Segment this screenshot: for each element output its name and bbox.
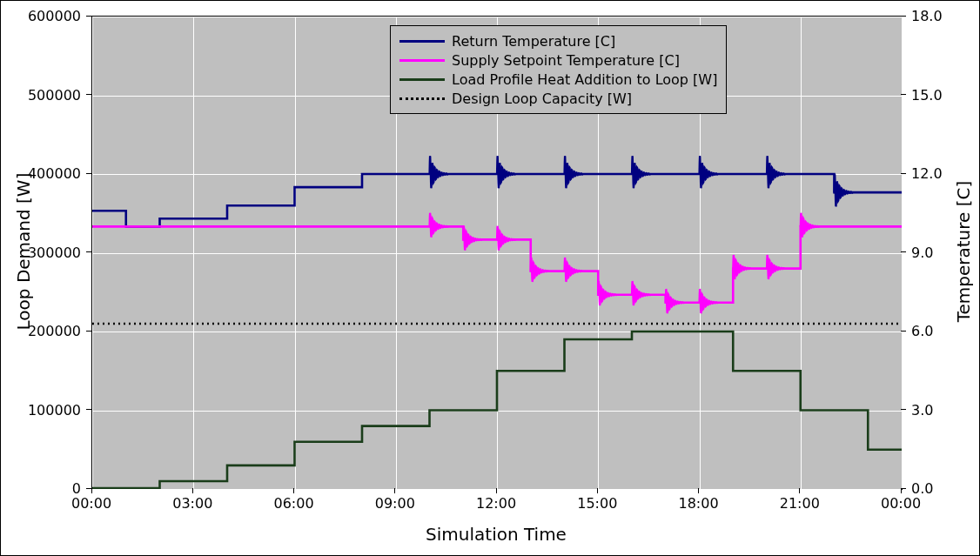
gridline-horizontal: [92, 489, 902, 490]
return-temp-oscillation: [699, 156, 718, 188]
y-left-tick-mark: [86, 173, 91, 174]
supply-setpoint-oscillation: [497, 226, 516, 251]
y-right-tick-label: 18.0: [911, 8, 943, 24]
supply-setpoint-oscillation: [564, 258, 583, 282]
x-tick-mark: [799, 488, 800, 493]
gridline-vertical: [902, 17, 903, 489]
y-left-tick-mark: [86, 409, 91, 410]
return-temp-oscillation: [564, 156, 583, 188]
y-right-tick-mark: [901, 409, 906, 410]
x-tick-mark: [91, 488, 92, 493]
y-right-tick-label: 3.0: [911, 401, 933, 418]
y-left-tick-label: 600000: [28, 8, 81, 24]
x-tick-label: 12:00: [476, 495, 516, 512]
series-line-0: [92, 174, 902, 226]
legend-entry: Design Loop Capacity [W]: [399, 89, 717, 108]
x-tick-mark: [597, 488, 598, 493]
x-tick-mark: [394, 488, 395, 493]
y-right-tick-mark: [901, 251, 906, 252]
legend-label: Load Profile Heat Addition to Loop [W]: [452, 71, 717, 88]
y-left-tick-label: 500000: [28, 86, 81, 103]
y-left-tick-mark: [86, 251, 91, 252]
x-tick-label: 18:00: [678, 495, 718, 512]
x-axis-label: Simulation Time: [426, 524, 567, 545]
supply-setpoint-oscillation: [733, 255, 752, 279]
y-left-tick-label: 400000: [28, 165, 81, 182]
x-tick-mark: [496, 488, 497, 493]
legend-entry: Load Profile Heat Addition to Loop [W]: [399, 70, 717, 89]
y-left-tick-mark: [86, 16, 91, 17]
supply-setpoint-oscillation: [699, 289, 718, 313]
x-tick-mark: [192, 488, 193, 493]
legend-swatch: [399, 40, 445, 43]
y-left-tick-label: 200000: [28, 323, 81, 339]
y-axis-right-label: Temperature [C]: [953, 181, 974, 323]
y-left-tick-mark: [86, 488, 91, 489]
y-right-tick-mark: [901, 94, 906, 95]
legend-swatch: [399, 78, 445, 81]
legend: Return Temperature [C] Supply Setpoint T…: [390, 25, 727, 114]
return-temp-oscillation: [632, 156, 651, 188]
y-right-tick-label: 9.0: [911, 244, 933, 260]
supply-setpoint-oscillation: [463, 226, 482, 251]
y-right-tick-label: 0.0: [911, 480, 933, 497]
return-temp-oscillation: [834, 174, 853, 206]
supply-setpoint-oscillation: [530, 258, 549, 282]
legend-label: Design Loop Capacity [W]: [452, 90, 632, 107]
x-tick-label: 00:00: [71, 495, 111, 512]
x-tick-label: 09:00: [375, 495, 415, 512]
y-right-tick-mark: [901, 173, 906, 174]
x-tick-mark: [698, 488, 699, 493]
series-line-2: [92, 332, 902, 488]
y-right-tick-label: 6.0: [911, 323, 933, 339]
y-left-tick-mark: [86, 331, 91, 332]
return-temp-oscillation: [429, 156, 448, 188]
y-right-tick-label: 15.0: [911, 86, 943, 103]
y-left-tick-mark: [86, 94, 91, 95]
legend-label: Return Temperature [C]: [452, 33, 615, 50]
chart-container: Simulation Time Loop Demand [W] Temperat…: [0, 0, 980, 556]
supply-setpoint-oscillation: [429, 213, 448, 238]
legend-swatch: [399, 97, 445, 100]
supply-setpoint-oscillation: [598, 281, 617, 305]
x-tick-label: 21:00: [780, 495, 820, 512]
return-temp-oscillation: [767, 156, 786, 188]
y-left-tick-label: 300000: [28, 244, 81, 260]
supply-setpoint-oscillation: [800, 213, 819, 238]
legend-label: Supply Setpoint Temperature [C]: [452, 52, 680, 69]
y-right-tick-label: 12.0: [911, 165, 943, 182]
y-right-tick-mark: [901, 488, 906, 489]
x-tick-mark: [293, 488, 294, 493]
y-right-tick-mark: [901, 16, 906, 17]
y-left-tick-label: 0: [72, 480, 81, 497]
y-right-tick-mark: [901, 331, 906, 332]
x-tick-label: 03:00: [172, 495, 212, 512]
x-tick-mark: [901, 488, 902, 493]
legend-swatch: [399, 59, 445, 62]
legend-entry: Supply Setpoint Temperature [C]: [399, 50, 717, 70]
y-left-tick-label: 100000: [28, 401, 81, 418]
x-tick-label: 15:00: [577, 495, 617, 512]
x-tick-label: 00:00: [881, 495, 921, 512]
x-tick-label: 06:00: [273, 495, 313, 512]
supply-setpoint-oscillation: [665, 289, 684, 313]
supply-setpoint-oscillation: [767, 255, 786, 279]
return-temp-oscillation: [497, 156, 516, 188]
supply-setpoint-oscillation: [632, 281, 651, 305]
legend-entry: Return Temperature [C]: [399, 31, 717, 50]
